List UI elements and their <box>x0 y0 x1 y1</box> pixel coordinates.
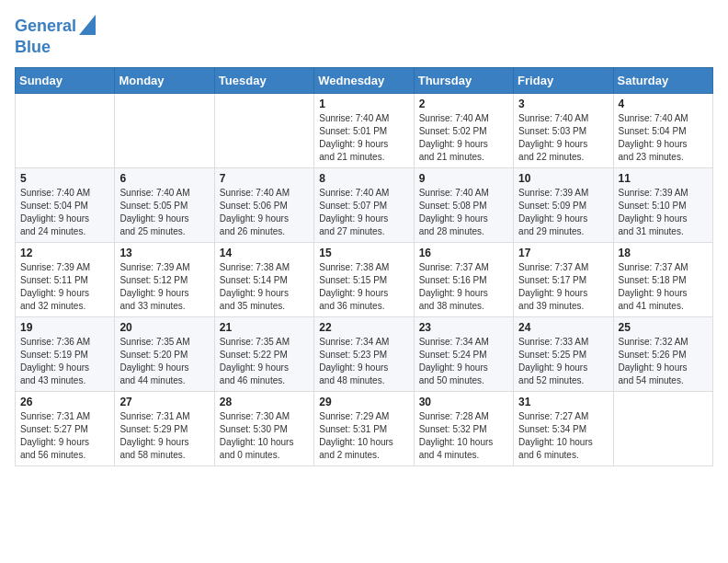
svg-marker-0 <box>79 15 96 35</box>
day-number: 30 <box>419 396 508 408</box>
calendar-cell <box>214 94 313 168</box>
day-info: Sunrise: 7:40 AM Sunset: 5:02 PM Dayligh… <box>419 112 508 164</box>
day-number: 10 <box>518 172 608 185</box>
day-info: Sunrise: 7:40 AM Sunset: 5:06 PM Dayligh… <box>220 187 309 238</box>
calendar-cell: 8Sunrise: 7:40 AM Sunset: 5:07 PM Daylig… <box>314 168 414 243</box>
calendar-cell: 24Sunrise: 7:33 AM Sunset: 5:25 PM Dayli… <box>514 317 613 392</box>
day-info: Sunrise: 7:31 AM Sunset: 5:27 PM Dayligh… <box>20 410 109 462</box>
calendar-cell: 6Sunrise: 7:40 AM Sunset: 5:05 PM Daylig… <box>115 168 214 243</box>
day-info: Sunrise: 7:37 AM Sunset: 5:17 PM Dayligh… <box>518 261 608 313</box>
calendar-cell: 11Sunrise: 7:39 AM Sunset: 5:10 PM Dayli… <box>613 168 712 243</box>
weekday-header-sunday: Sunday <box>16 68 115 94</box>
calendar-cell: 22Sunrise: 7:34 AM Sunset: 5:23 PM Dayli… <box>314 317 414 392</box>
logo-triangle-icon <box>79 15 96 35</box>
calendar-header: SundayMondayTuesdayWednesdayThursdayFrid… <box>16 68 713 94</box>
day-number: 21 <box>220 321 309 334</box>
day-number: 17 <box>518 247 608 259</box>
calendar-cell: 5Sunrise: 7:40 AM Sunset: 5:04 PM Daylig… <box>16 168 115 243</box>
calendar-cell: 4Sunrise: 7:40 AM Sunset: 5:04 PM Daylig… <box>613 94 712 168</box>
calendar-week-5: 26Sunrise: 7:31 AM Sunset: 5:27 PM Dayli… <box>16 392 713 466</box>
day-number: 28 <box>220 396 309 408</box>
calendar-cell: 15Sunrise: 7:38 AM Sunset: 5:15 PM Dayli… <box>314 243 414 317</box>
weekday-row: SundayMondayTuesdayWednesdayThursdayFrid… <box>16 68 713 94</box>
day-info: Sunrise: 7:38 AM Sunset: 5:15 PM Dayligh… <box>319 261 408 313</box>
day-number: 31 <box>518 396 608 408</box>
calendar-week-2: 5Sunrise: 7:40 AM Sunset: 5:04 PM Daylig… <box>16 168 713 243</box>
calendar-cell: 3Sunrise: 7:40 AM Sunset: 5:03 PM Daylig… <box>514 94 613 168</box>
day-info: Sunrise: 7:40 AM Sunset: 5:04 PM Dayligh… <box>619 112 708 164</box>
day-number: 16 <box>419 247 508 259</box>
calendar-cell: 28Sunrise: 7:30 AM Sunset: 5:30 PM Dayli… <box>214 392 313 466</box>
day-info: Sunrise: 7:40 AM Sunset: 5:07 PM Dayligh… <box>319 187 408 238</box>
calendar-cell: 19Sunrise: 7:36 AM Sunset: 5:19 PM Dayli… <box>16 317 115 392</box>
calendar-cell: 31Sunrise: 7:27 AM Sunset: 5:34 PM Dayli… <box>514 392 613 466</box>
day-info: Sunrise: 7:34 AM Sunset: 5:23 PM Dayligh… <box>319 336 408 387</box>
day-number: 12 <box>20 247 109 259</box>
day-info: Sunrise: 7:37 AM Sunset: 5:16 PM Dayligh… <box>419 261 508 313</box>
day-info: Sunrise: 7:40 AM Sunset: 5:05 PM Dayligh… <box>119 187 209 238</box>
day-number: 2 <box>419 98 508 110</box>
day-number: 20 <box>119 321 209 334</box>
page-header: General Blue <box>15 15 713 56</box>
calendar-cell <box>115 94 214 168</box>
calendar-cell: 12Sunrise: 7:39 AM Sunset: 5:11 PM Dayli… <box>16 243 115 317</box>
day-info: Sunrise: 7:39 AM Sunset: 5:10 PM Dayligh… <box>619 187 708 238</box>
day-number: 25 <box>619 321 708 334</box>
calendar-cell: 16Sunrise: 7:37 AM Sunset: 5:16 PM Dayli… <box>414 243 513 317</box>
calendar-cell: 30Sunrise: 7:28 AM Sunset: 5:32 PM Dayli… <box>414 392 513 466</box>
calendar-cell: 18Sunrise: 7:37 AM Sunset: 5:18 PM Dayli… <box>613 243 712 317</box>
day-info: Sunrise: 7:28 AM Sunset: 5:32 PM Dayligh… <box>419 410 508 462</box>
calendar-cell <box>16 94 115 168</box>
day-number: 7 <box>220 172 309 185</box>
day-info: Sunrise: 7:39 AM Sunset: 5:09 PM Dayligh… <box>518 187 608 238</box>
calendar-cell: 14Sunrise: 7:38 AM Sunset: 5:14 PM Dayli… <box>214 243 313 317</box>
calendar-cell: 10Sunrise: 7:39 AM Sunset: 5:09 PM Dayli… <box>514 168 613 243</box>
calendar-table: SundayMondayTuesdayWednesdayThursdayFrid… <box>15 67 713 466</box>
day-number: 19 <box>20 321 109 334</box>
day-info: Sunrise: 7:39 AM Sunset: 5:11 PM Dayligh… <box>20 261 109 313</box>
day-number: 13 <box>119 247 209 259</box>
day-info: Sunrise: 7:35 AM Sunset: 5:20 PM Dayligh… <box>119 336 209 387</box>
day-number: 18 <box>619 247 708 259</box>
day-info: Sunrise: 7:32 AM Sunset: 5:26 PM Dayligh… <box>619 336 708 387</box>
calendar-cell: 2Sunrise: 7:40 AM Sunset: 5:02 PM Daylig… <box>414 94 513 168</box>
day-info: Sunrise: 7:27 AM Sunset: 5:34 PM Dayligh… <box>518 410 608 462</box>
day-number: 14 <box>220 247 309 259</box>
calendar-week-3: 12Sunrise: 7:39 AM Sunset: 5:11 PM Dayli… <box>16 243 713 317</box>
calendar-cell: 9Sunrise: 7:40 AM Sunset: 5:08 PM Daylig… <box>414 168 513 243</box>
day-number: 8 <box>319 172 408 185</box>
day-info: Sunrise: 7:34 AM Sunset: 5:24 PM Dayligh… <box>419 336 508 387</box>
calendar-cell: 7Sunrise: 7:40 AM Sunset: 5:06 PM Daylig… <box>214 168 313 243</box>
calendar-body: 1Sunrise: 7:40 AM Sunset: 5:01 PM Daylig… <box>16 94 713 466</box>
weekday-header-saturday: Saturday <box>613 68 712 94</box>
calendar-week-4: 19Sunrise: 7:36 AM Sunset: 5:19 PM Dayli… <box>16 317 713 392</box>
calendar-cell: 25Sunrise: 7:32 AM Sunset: 5:26 PM Dayli… <box>613 317 712 392</box>
calendar-cell: 13Sunrise: 7:39 AM Sunset: 5:12 PM Dayli… <box>115 243 214 317</box>
weekday-header-wednesday: Wednesday <box>314 68 414 94</box>
day-info: Sunrise: 7:39 AM Sunset: 5:12 PM Dayligh… <box>119 261 209 313</box>
calendar-cell: 26Sunrise: 7:31 AM Sunset: 5:27 PM Dayli… <box>16 392 115 466</box>
day-info: Sunrise: 7:31 AM Sunset: 5:29 PM Dayligh… <box>119 410 209 462</box>
weekday-header-tuesday: Tuesday <box>214 68 313 94</box>
day-info: Sunrise: 7:40 AM Sunset: 5:04 PM Dayligh… <box>20 187 109 238</box>
calendar-cell: 1Sunrise: 7:40 AM Sunset: 5:01 PM Daylig… <box>314 94 414 168</box>
day-info: Sunrise: 7:40 AM Sunset: 5:01 PM Dayligh… <box>319 112 408 164</box>
calendar-cell: 21Sunrise: 7:35 AM Sunset: 5:22 PM Dayli… <box>214 317 313 392</box>
day-info: Sunrise: 7:40 AM Sunset: 5:08 PM Dayligh… <box>419 187 508 238</box>
calendar-cell: 23Sunrise: 7:34 AM Sunset: 5:24 PM Dayli… <box>414 317 513 392</box>
day-number: 23 <box>419 321 508 334</box>
weekday-header-monday: Monday <box>115 68 214 94</box>
calendar-cell: 17Sunrise: 7:37 AM Sunset: 5:17 PM Dayli… <box>514 243 613 317</box>
day-info: Sunrise: 7:40 AM Sunset: 5:03 PM Dayligh… <box>518 112 608 164</box>
day-number: 24 <box>518 321 608 334</box>
day-number: 3 <box>518 98 608 110</box>
day-info: Sunrise: 7:30 AM Sunset: 5:30 PM Dayligh… <box>220 410 309 462</box>
logo-text-line1: General <box>15 17 76 36</box>
calendar-cell: 27Sunrise: 7:31 AM Sunset: 5:29 PM Dayli… <box>115 392 214 466</box>
day-info: Sunrise: 7:29 AM Sunset: 5:31 PM Dayligh… <box>319 410 408 462</box>
calendar-week-1: 1Sunrise: 7:40 AM Sunset: 5:01 PM Daylig… <box>16 94 713 168</box>
day-number: 22 <box>319 321 408 334</box>
day-number: 11 <box>619 172 708 185</box>
calendar-cell <box>613 392 712 466</box>
weekday-header-friday: Friday <box>514 68 613 94</box>
